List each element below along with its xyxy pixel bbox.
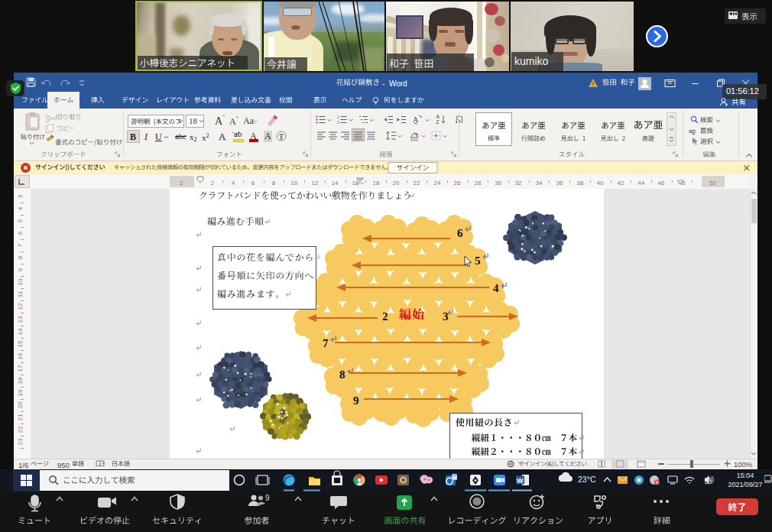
svg-text:9: 9 [265,494,270,502]
svg-text:W: W [517,477,524,485]
